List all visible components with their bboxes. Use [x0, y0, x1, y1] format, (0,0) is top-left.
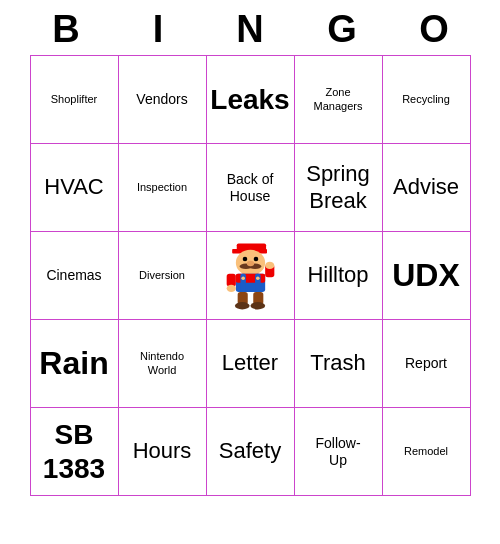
cell-3-2: Letter	[207, 320, 295, 408]
cell-0-1: Vendors	[119, 56, 207, 144]
cell-0-3: Zone Managers	[295, 56, 383, 144]
cell-1-2: Back of House	[207, 144, 295, 232]
cell-0-0: Shoplifter	[31, 56, 119, 144]
svg-point-20	[234, 302, 249, 309]
cell-2-0: Cinemas	[31, 232, 119, 320]
svg-rect-11	[255, 274, 261, 292]
svg-rect-14	[226, 274, 235, 287]
svg-rect-10	[240, 274, 246, 292]
letter-b: B	[22, 8, 110, 51]
cell-4-1: Hours	[119, 408, 207, 496]
cell-4-0: SB 1383	[31, 408, 119, 496]
cell-4-4: Remodel	[383, 408, 471, 496]
cell-2-4: UDX	[383, 232, 471, 320]
cell-1-3: Spring Break	[295, 144, 383, 232]
cell-3-4: Report	[383, 320, 471, 408]
svg-rect-9	[235, 274, 264, 283]
svg-point-3	[242, 257, 247, 262]
cell-3-3: Trash	[295, 320, 383, 408]
letter-o: O	[390, 8, 478, 51]
cell-2-2-mario	[207, 232, 295, 320]
svg-point-7	[246, 261, 253, 267]
svg-point-4	[253, 257, 258, 262]
cell-3-1: Nintendo World	[119, 320, 207, 408]
cell-4-2: Safety	[207, 408, 295, 496]
cell-0-4: Recycling	[383, 56, 471, 144]
letter-n: N	[206, 8, 294, 51]
cell-2-3: Hilltop	[295, 232, 383, 320]
bingo-header: B I N G O	[20, 8, 480, 51]
cell-1-0: HVAC	[31, 144, 119, 232]
cell-4-3: Follow- Up	[295, 408, 383, 496]
cell-3-0: Rain	[31, 320, 119, 408]
svg-point-17	[265, 262, 274, 269]
cell-1-1: Inspection	[119, 144, 207, 232]
svg-point-16	[226, 285, 235, 292]
cell-1-4: Advise	[383, 144, 471, 232]
bingo-grid: Shoplifter Vendors Leaks Zone Managers R…	[30, 55, 471, 496]
svg-point-21	[250, 302, 265, 309]
mario-svg	[223, 238, 278, 313]
letter-g: G	[298, 8, 386, 51]
cell-2-1: Diversion	[119, 232, 207, 320]
cell-0-2: Leaks	[207, 56, 295, 144]
svg-point-12	[241, 276, 245, 280]
mario-icon	[215, 241, 285, 311]
letter-i: I	[114, 8, 202, 51]
svg-point-13	[256, 276, 260, 280]
